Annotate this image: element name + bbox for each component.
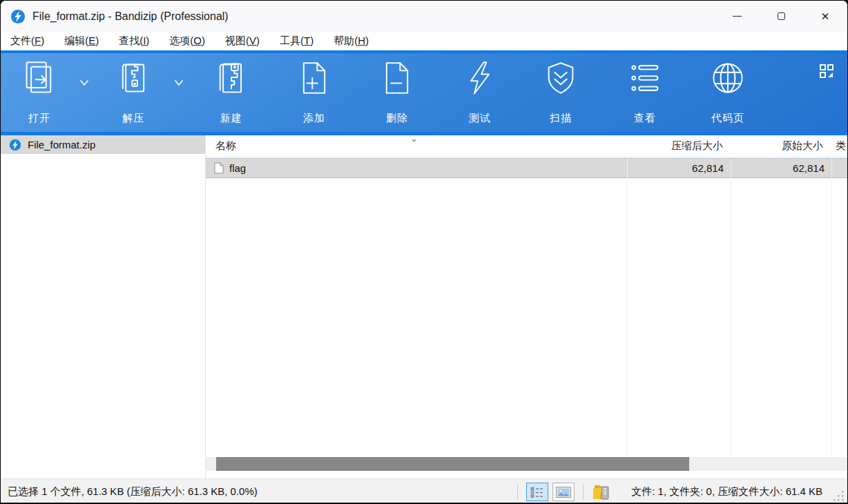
- scan-label: 扫描: [550, 112, 572, 126]
- zip-archive-icon: [9, 139, 21, 151]
- add-label: 添加: [303, 112, 325, 126]
- details-view-icon: [530, 487, 544, 498]
- file-name-cell: flag: [206, 158, 627, 178]
- new-archive-icon: [213, 60, 249, 96]
- menu-tools[interactable]: 工具(T): [280, 35, 314, 48]
- view-label: 查看: [634, 112, 656, 126]
- menu-view[interactable]: 视图(V): [225, 35, 260, 48]
- open-folder-icon[interactable]: [592, 483, 612, 501]
- codepage-label: 代码页: [711, 112, 744, 126]
- file-list-panel: 名称 压缩后大小 原始大小 类 ⌄ flag 62,814 62,814: [206, 135, 847, 478]
- view-list-icon: [627, 60, 663, 96]
- test-bolt-icon: [462, 60, 498, 96]
- column-header-compressed[interactable]: 压缩后大小: [627, 135, 730, 157]
- open-dropdown-chevron-icon[interactable]: [78, 78, 90, 88]
- view-button[interactable]: 查看: [612, 60, 678, 126]
- original-size-cell: 62,814: [731, 158, 831, 178]
- menu-help[interactable]: 帮助(H): [334, 35, 369, 48]
- type-cell: [832, 158, 847, 178]
- file-icon: [214, 162, 224, 174]
- close-icon: ✕: [821, 11, 830, 21]
- column-header-original[interactable]: 原始大小: [730, 135, 830, 157]
- thumbnail-view-toggle[interactable]: [552, 483, 575, 501]
- delete-button[interactable]: 删除: [364, 60, 430, 126]
- status-bar: 已选择 1 个文件, 61.3 KB (压缩后大小: 61.3 KB, 0.0%…: [1, 478, 847, 504]
- extract-dropdown-chevron-icon[interactable]: [173, 78, 185, 88]
- add-button[interactable]: 添加: [281, 60, 347, 126]
- details-view-toggle[interactable]: [526, 483, 548, 501]
- compressed-size-cell: 62,814: [628, 158, 731, 178]
- statusbar-divider: [583, 485, 584, 500]
- open-archive-icon: [21, 60, 57, 96]
- sort-indicator-icon: ⌄: [410, 135, 418, 144]
- add-file-icon: [296, 60, 332, 96]
- statusbar-divider: [517, 485, 518, 500]
- delete-label: 删除: [386, 112, 408, 126]
- window-controls: ✕: [715, 1, 847, 32]
- horizontal-scrollbar[interactable]: [206, 457, 847, 471]
- minimize-icon: [733, 16, 742, 17]
- test-label: 测试: [469, 112, 491, 126]
- bandizip-logo-icon: [10, 9, 26, 24]
- toolbar-customize-icon[interactable]: [818, 63, 835, 79]
- codepage-globe-icon: [710, 60, 746, 96]
- extract-button[interactable]: 解压: [100, 60, 166, 126]
- column-separator[interactable]: [627, 135, 628, 454]
- open-label: 打开: [28, 112, 50, 126]
- delete-file-icon: [379, 60, 415, 96]
- title-bar: File_format.zip - Bandizip (Professional…: [1, 1, 847, 32]
- file-name: flag: [229, 162, 246, 174]
- archive-tree-panel: File_format.zip: [1, 135, 206, 478]
- selection-summary: 已选择 1 个文件, 61.3 KB (压缩后大小: 61.3 KB, 0.0%…: [1, 485, 258, 498]
- main-content: File_format.zip 名称 压缩后大小 原始大小 类 ⌄: [1, 135, 847, 478]
- menu-options[interactable]: 选项(O): [169, 35, 205, 48]
- resize-grip[interactable]: [832, 490, 845, 502]
- maximize-button[interactable]: [759, 1, 803, 32]
- extract-label: 解压: [122, 112, 144, 126]
- scan-button[interactable]: 扫描: [528, 60, 594, 126]
- table-row-flag[interactable]: flag 62,814 62,814: [206, 158, 847, 178]
- column-separator[interactable]: [731, 135, 731, 454]
- new-label: 新建: [220, 112, 242, 126]
- column-separator[interactable]: [831, 135, 832, 454]
- horizontal-scrollbar-thumb[interactable]: [216, 457, 689, 471]
- test-button[interactable]: 测试: [447, 60, 513, 126]
- tree-item-label: File_format.zip: [28, 139, 95, 151]
- bandizip-window: File_format.zip - Bandizip (Professional…: [0, 0, 848, 504]
- minimize-button[interactable]: [715, 1, 759, 32]
- scan-shield-icon: [543, 60, 579, 96]
- file-list-header: 名称 压缩后大小 原始大小 类 ⌄: [206, 135, 847, 157]
- maximize-icon: [778, 12, 785, 20]
- new-archive-button[interactable]: 新建: [198, 60, 264, 126]
- menu-edit[interactable]: 编辑(E): [64, 35, 99, 48]
- menu-bar: 文件(F) 编辑(E) 查找(I) 选项(O) 视图(V) 工具(T) 帮助(H…: [1, 32, 847, 50]
- codepage-button[interactable]: 代码页: [695, 60, 761, 126]
- window-title: File_format.zip - Bandizip (Professional…: [32, 10, 229, 23]
- close-button[interactable]: ✕: [803, 1, 847, 32]
- column-header-type[interactable]: 类: [830, 135, 847, 157]
- toolbar: 打开 解压 新建: [1, 50, 847, 135]
- menu-find[interactable]: 查找(I): [119, 35, 149, 48]
- tree-item-archive[interactable]: File_format.zip: [1, 135, 205, 154]
- open-button[interactable]: 打开: [6, 60, 73, 126]
- extract-icon: [115, 60, 151, 96]
- thumbnail-view-icon: [556, 487, 571, 498]
- archive-summary: 文件: 1, 文件夹: 0, 压缩文件大小: 61.4 KB: [631, 485, 822, 498]
- menu-file[interactable]: 文件(F): [10, 35, 44, 48]
